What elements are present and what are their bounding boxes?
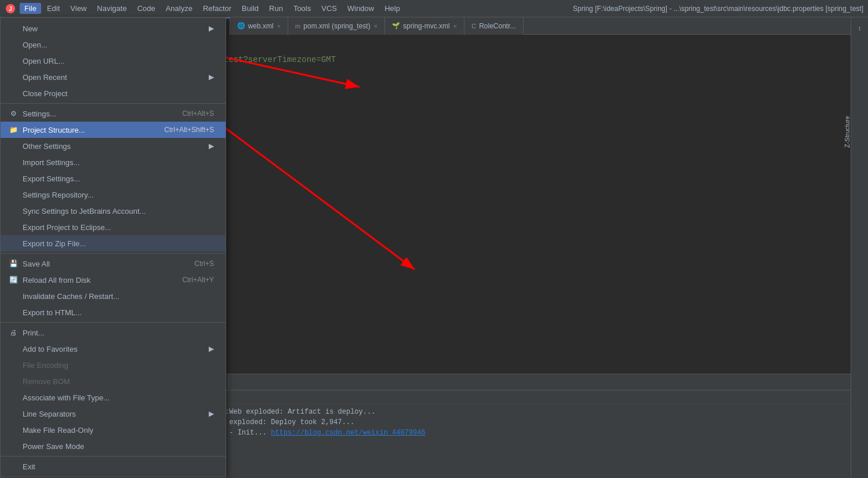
- tab-spring[interactable]: 🌱 spring-mvc.xml ×: [385, 17, 464, 35]
- menu-entry-export-eclipse[interactable]: Export Project to Eclipse...: [1, 219, 226, 235]
- menu-entry-file-encoding: File Encoding: [1, 357, 226, 373]
- menu-run[interactable]: Run: [264, 3, 288, 14]
- menu-entry-remove-bom: Remove BOM: [1, 373, 226, 389]
- menu-entry-open-url[interactable]: Open URL...: [1, 53, 226, 69]
- settings-repo-label: Settings Repository...: [23, 191, 214, 199]
- output-url[interactable]: https://blog.csdn.net/weixin_44079946: [271, 429, 425, 437]
- menu-entry-new[interactable]: New ▶: [1, 20, 226, 37]
- file-menu: New ▶ Open... Open URL... Open Recent ▶ …: [0, 17, 226, 477]
- title-bar: J File Edit View Navigate Code Analyze R…: [0, 0, 868, 17]
- menu-vcs[interactable]: VCS: [317, 3, 342, 14]
- menu-tools[interactable]: Tools: [289, 3, 315, 14]
- menu-entry-project-structure[interactable]: 📁 Project Structure... Ctrl+Alt+Shift+S: [1, 122, 226, 138]
- project-structure-icon: 📁: [8, 126, 19, 134]
- menu-build[interactable]: Build: [237, 3, 263, 14]
- other-settings-label: Other Settings: [23, 142, 209, 151]
- reload-disk-label: Reload All from Disk: [23, 276, 170, 284]
- add-favorites-arrow: ▶: [209, 345, 214, 353]
- close-project-label: Close Project: [23, 89, 214, 98]
- tab-icon-spring: 🌱: [392, 22, 400, 30]
- export-eclipse-label: Export Project to Eclipse...: [23, 223, 214, 232]
- power-save-label: Power Save Mode: [23, 442, 214, 451]
- tab-web[interactable]: 🌐 web.xml ×: [230, 17, 288, 35]
- import-settings-label: Import Settings...: [23, 158, 214, 167]
- menu-entry-close-project[interactable]: Close Project: [1, 85, 226, 101]
- menu-entry-sync-settings[interactable]: Sync Settings to JetBrains Account...: [1, 203, 226, 219]
- tab-close-spring[interactable]: ×: [453, 23, 457, 30]
- add-favorites-label: Add to Favorites: [23, 345, 209, 353]
- tab-pom[interactable]: m pom.xml (spring_test) ×: [288, 17, 385, 35]
- line-sep-arrow: ▶: [209, 410, 214, 418]
- tab-label-role: RoleContr...: [479, 22, 515, 30]
- other-settings-arrow: ▶: [209, 142, 214, 150]
- open-recent-arrow: ▶: [209, 73, 214, 81]
- open-label: Open...: [23, 41, 214, 49]
- menu-view[interactable]: View: [66, 3, 91, 14]
- save-all-label: Save All: [23, 260, 183, 268]
- z-structure-label[interactable]: Z-Structure: [844, 116, 851, 148]
- settings-icon: ⚙: [8, 110, 19, 118]
- menu-entry-associate-file[interactable]: Associate with File Type...: [1, 389, 226, 406]
- tab-role[interactable]: C RoleContr...: [464, 17, 523, 35]
- menu-edit[interactable]: Edit: [42, 3, 64, 14]
- sidebar-right: ↕: [851, 17, 868, 478]
- menu-help[interactable]: Help: [380, 3, 405, 14]
- make-read-only-label: Make File Read-Only: [23, 426, 214, 435]
- save-all-shortcut: Ctrl+S: [194, 260, 214, 268]
- export-html-label: Export to HTML...: [23, 308, 214, 317]
- menu-entry-export-zip[interactable]: Export to Zip File...: [1, 235, 226, 251]
- menu-entry-import-settings[interactable]: Import Settings...: [1, 154, 226, 170]
- tab-icon-role: C: [471, 23, 476, 30]
- menu-file[interactable]: File: [20, 3, 41, 14]
- menu-entry-exit[interactable]: Exit: [1, 458, 226, 475]
- menu-entry-print[interactable]: 🖨 Print...: [1, 324, 226, 341]
- file-menu-overlay: New ▶ Open... Open URL... Open Recent ▶ …: [0, 17, 226, 477]
- invalidate-label: Invalidate Caches / Restart...: [23, 292, 214, 301]
- menu-entry-settings[interactable]: ⚙ Settings... Ctrl+Alt+S: [1, 105, 226, 122]
- export-settings-label: Export Settings...: [23, 174, 214, 183]
- menu-entry-open-recent[interactable]: Open Recent ▶: [1, 69, 226, 85]
- export-zip-label: Export to Zip File...: [23, 239, 214, 248]
- save-all-icon: 💾: [8, 260, 19, 268]
- menu-analyze[interactable]: Analyze: [161, 3, 197, 14]
- settings-shortcut: Ctrl+Alt+S: [182, 110, 214, 118]
- print-icon: 🖨: [8, 329, 19, 337]
- tab-label-pom: pom.xml (spring_test): [303, 22, 370, 30]
- menu-entry-open[interactable]: Open...: [1, 37, 226, 53]
- menu-entry-reload-disk[interactable]: 🔄 Reload All from Disk Ctrl+Alt+Y: [1, 272, 226, 288]
- menu-refactor[interactable]: Refactor: [198, 3, 236, 14]
- menu-entry-save-all[interactable]: 💾 Save All Ctrl+S: [1, 256, 226, 272]
- reload-disk-shortcut: Ctrl+Alt+Y: [182, 276, 214, 284]
- tab-label-web: web.xml: [248, 22, 274, 30]
- reload-disk-icon: 🔄: [8, 276, 19, 284]
- divider-1: [1, 103, 226, 104]
- print-label: Print...: [23, 329, 214, 337]
- menu-entry-invalidate[interactable]: Invalidate Caches / Restart...: [1, 288, 226, 304]
- divider-4: [1, 456, 226, 457]
- exit-label: Exit: [23, 462, 214, 471]
- divider-3: [1, 322, 226, 323]
- tab-icon-web: 🌐: [237, 22, 245, 30]
- file-encoding-label: File Encoding: [23, 361, 214, 370]
- menu-code[interactable]: Code: [133, 3, 160, 14]
- tab-close-pom[interactable]: ×: [374, 23, 377, 30]
- menu-entry-export-html[interactable]: Export to HTML...: [1, 304, 226, 320]
- new-label: New: [23, 24, 209, 33]
- menu-navigate[interactable]: Navigate: [92, 3, 131, 14]
- menu-entry-add-favorites[interactable]: Add to Favorites ▶: [1, 341, 226, 357]
- menu-entry-make-read-only[interactable]: Make File Read-Only: [1, 422, 226, 438]
- menu-bar: File Edit View Navigate Code Analyze Ref…: [20, 3, 573, 14]
- project-structure-shortcut: Ctrl+Alt+Shift+S: [164, 126, 214, 134]
- sidebar-right-icon[interactable]: ↕: [852, 20, 867, 35]
- menu-entry-other-settings[interactable]: Other Settings ▶: [1, 138, 226, 154]
- tab-label-spring: spring-mvc.xml: [403, 22, 450, 30]
- menu-entry-power-save[interactable]: Power Save Mode: [1, 438, 226, 454]
- menu-entry-line-sep[interactable]: Line Separators ▶: [1, 406, 226, 422]
- open-url-label: Open URL...: [23, 57, 214, 65]
- menu-window[interactable]: Window: [343, 3, 379, 14]
- line-sep-label: Line Separators: [23, 410, 209, 418]
- menu-entry-export-settings[interactable]: Export Settings...: [1, 170, 226, 187]
- tab-close-web[interactable]: ×: [277, 23, 281, 30]
- menu-entry-settings-repo[interactable]: Settings Repository...: [1, 187, 226, 203]
- svg-text:J: J: [9, 6, 12, 12]
